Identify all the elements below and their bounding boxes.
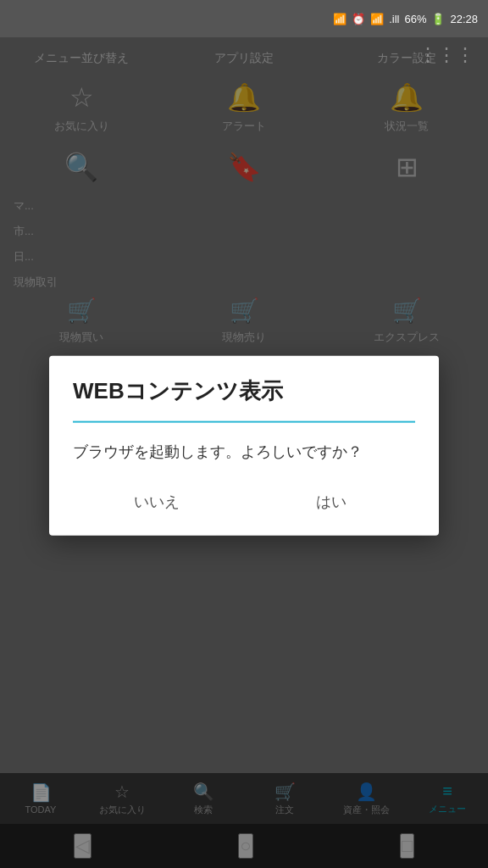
dialog-actions: いいえ はい <box>49 470 439 535</box>
background-screen: ⋮⋮⋮ メニュー並び替え アプリ設定 カラー設定 ☆ お気に入り 🔔 アラート … <box>0 37 488 868</box>
confirm-button[interactable]: はい <box>244 484 419 518</box>
time-display: 22:28 <box>450 13 478 25</box>
battery-level: 66% <box>404 13 426 25</box>
clock-icon: ⏰ <box>352 13 365 25</box>
wifi-icon: 📶 <box>370 13 384 25</box>
status-bar: 📶 ⏰ 📶 .ill 66% 🔋 22:28 <box>0 0 488 37</box>
battery-icon: 🔋 <box>431 13 445 25</box>
sim-icon: 📶 <box>333 13 347 25</box>
status-icons: 📶 ⏰ 📶 .ill 66% 🔋 22:28 <box>333 13 478 25</box>
dialog-body: ブラウザを起動します。よろしいですか？ <box>49 423 439 471</box>
web-content-dialog: WEBコンテンツ表示 ブラウザを起動します。よろしいですか？ いいえ はい <box>49 356 439 536</box>
signal-icon: .ill <box>389 13 399 25</box>
dialog-title: WEBコンテンツ表示 <box>49 356 439 421</box>
cancel-button[interactable]: いいえ <box>69 484 244 518</box>
